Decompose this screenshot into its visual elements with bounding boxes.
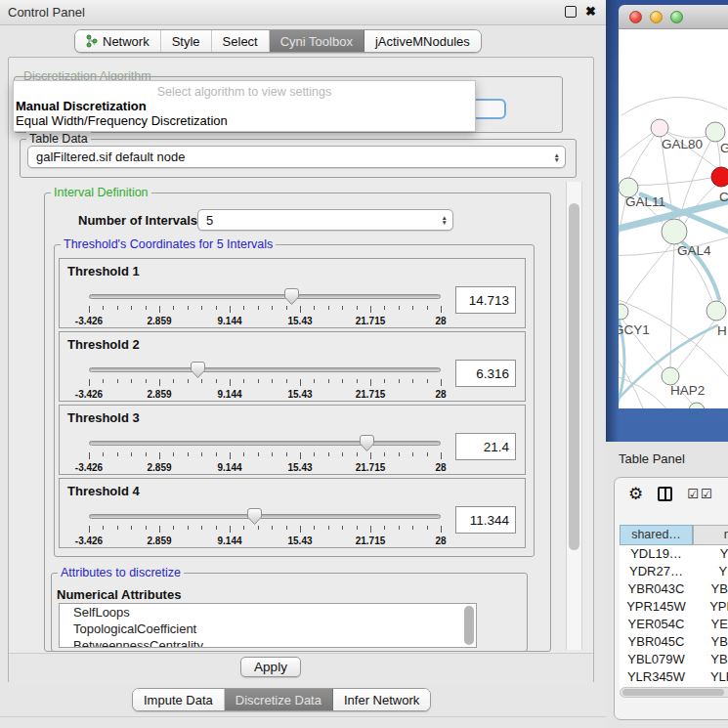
- tick-mark: [328, 306, 329, 310]
- panel-scrollbar-thumb[interactable]: [569, 203, 579, 550]
- threshold-label: Threshold 3: [67, 410, 140, 425]
- table-row[interactable]: YBR043CYBR043C: [620, 580, 728, 598]
- threshold-slider[interactable]: -3.4262.8599.14415.4321.71528: [89, 514, 441, 545]
- table-row[interactable]: YDR27…YDR27: [620, 563, 728, 580]
- tick-mark: [243, 306, 244, 310]
- threshold-slider[interactable]: -3.4262.8599.14415.4321.71528: [89, 367, 441, 399]
- attribute-list-item[interactable]: TopologicalCoefficient: [60, 621, 476, 637]
- node-label: GAL11: [625, 194, 665, 209]
- node-label: H: [717, 323, 727, 338]
- threshold-value-field[interactable]: 14.713: [455, 286, 516, 314]
- tick-mark: [300, 379, 301, 386]
- node-gcy1[interactable]: [619, 304, 628, 320]
- select-columns-icons[interactable]: ☑ ☑: [687, 487, 711, 501]
- column-header-name[interactable]: name: [693, 525, 728, 545]
- tick-label: 9.144: [217, 462, 241, 473]
- gear-icon[interactable]: ⚙: [628, 486, 643, 502]
- slider-handle-icon[interactable]: [359, 434, 375, 452]
- threshold-slider[interactable]: -3.4262.8599.14415.4321.71528: [89, 294, 441, 325]
- tick-mark: [89, 452, 90, 459]
- tick-mark: [342, 452, 343, 456]
- tick-mark: [146, 452, 147, 456]
- threshold-value-field[interactable]: 6.316: [455, 360, 516, 387]
- panel-scrollbar-track[interactable]: [566, 182, 582, 650]
- table-row[interactable]: YBL079WYBL079W: [620, 651, 728, 668]
- tick-mark: [412, 452, 413, 456]
- checkbox-icon[interactable]: ☑: [687, 487, 699, 501]
- mac-minimize-button[interactable]: [650, 11, 663, 23]
- list-scrollbar-thumb[interactable]: [464, 606, 474, 645]
- table-cell: YER054C: [693, 616, 728, 633]
- slider-handle-icon[interactable]: [246, 507, 263, 526]
- tick-mark: [427, 306, 428, 310]
- toolbox-tab-bar: NetworkStyleSelectCyni ToolboxjActiveMNo…: [74, 29, 482, 53]
- algorithm-dropdown-popup: Select algorithm to view settings Manual…: [13, 80, 476, 132]
- tick-mark: [201, 526, 202, 530]
- table-hscrollbar-track[interactable]: [620, 687, 728, 698]
- network-window-titlebar[interactable]: [619, 5, 728, 29]
- control-panel-titlebar: Control Panel ✖: [0, 0, 606, 25]
- slider-ticks: [89, 452, 441, 460]
- float-window-icon[interactable]: [565, 6, 577, 18]
- threshold-value-field[interactable]: 11.344: [455, 506, 516, 534]
- tab-impute-data[interactable]: Impute Data: [133, 689, 225, 710]
- tab-discretize-data[interactable]: Discretize Data: [225, 689, 333, 710]
- column-header-shared-name[interactable]: shared…: [620, 525, 693, 545]
- threshold-value-field[interactable]: 21.4: [455, 433, 516, 460]
- algorithm-option-manual-discretization[interactable]: Manual Discretization: [14, 99, 475, 113]
- tab-style[interactable]: Style: [161, 30, 212, 52]
- threshold-coordinates-group-title: Threshold's Coordinates for 5 Intervals: [61, 237, 276, 251]
- tick-label: 15.43: [287, 316, 312, 326]
- mac-zoom-button[interactable]: [670, 11, 683, 23]
- network-edge: [629, 178, 711, 186]
- table-row[interactable]: YER054CYER054C: [620, 616, 728, 633]
- table-cell: YBL079W: [693, 651, 728, 668]
- slider-handle-icon[interactable]: [283, 287, 300, 306]
- close-window-icon[interactable]: ✖: [585, 5, 596, 18]
- tick-mark: [370, 452, 371, 459]
- node-bottom[interactable]: [689, 403, 705, 408]
- numerical-attributes-list[interactable]: SelfLoopsTopologicalCoefficientBetweenne…: [59, 603, 477, 648]
- tick-label: 2.859: [147, 535, 171, 546]
- network-canvas[interactable]: GAL80GACGAL11GAL4GCY1HHAP2: [619, 29, 728, 408]
- table-row[interactable]: YPR145WYPR145W: [620, 598, 728, 616]
- node-h[interactable]: [707, 301, 726, 321]
- tick-mark: [399, 526, 400, 530]
- tab-jactivemnodules[interactable]: jActiveMNodules: [364, 30, 481, 52]
- slider-ticks: [89, 526, 441, 534]
- node-gal80[interactable]: [651, 119, 668, 137]
- checkbox-icon[interactable]: ☑: [701, 487, 712, 501]
- table-data-combobox[interactable]: galFiltered.sif default node ▲▼: [27, 146, 566, 168]
- number-of-intervals-combobox[interactable]: 5 ▲▼: [197, 209, 453, 231]
- tick-mark: [357, 452, 358, 456]
- table-cell: YBR045C: [693, 633, 728, 651]
- table-hscrollbar-thumb[interactable]: [622, 689, 724, 696]
- table-row[interactable]: YBR045CYBR045C: [620, 633, 728, 651]
- tick-mark: [117, 306, 118, 310]
- tick-mark: [427, 452, 428, 456]
- tab-cyni-toolbox[interactable]: Cyni Toolbox: [270, 30, 364, 52]
- table-cell: YBL079W: [620, 651, 693, 668]
- slider-handle-icon[interactable]: [190, 361, 206, 379]
- tab-network[interactable]: Network: [75, 30, 161, 52]
- threshold-label: Threshold 4: [67, 484, 140, 498]
- node-top-right[interactable]: [706, 122, 725, 142]
- tab-network-label: Network: [103, 34, 150, 49]
- apply-button[interactable]: Apply: [240, 657, 301, 677]
- algorithm-option-equal-width-frequency[interactable]: Equal Width/Frequency Discretization: [14, 113, 475, 128]
- table-row[interactable]: YDL19…YDL19: [620, 545, 728, 563]
- threshold-slider[interactable]: -3.4262.8599.14415.4321.71528: [89, 441, 441, 472]
- tick-mark: [412, 306, 413, 310]
- table-row[interactable]: YLR345WYLR345W: [620, 668, 728, 686]
- tick-mark: [286, 379, 287, 383]
- tick-label: 9.144: [217, 316, 241, 326]
- node-red[interactable]: [711, 167, 728, 187]
- mac-close-button[interactable]: [629, 11, 642, 23]
- attribute-list-item[interactable]: BetweennessCentrality: [60, 637, 476, 648]
- tab-infer-network[interactable]: Infer Network: [333, 689, 430, 710]
- split-view-icon[interactable]: [658, 487, 672, 501]
- tab-select[interactable]: Select: [212, 30, 270, 52]
- attribute-list-item[interactable]: SelfLoops: [60, 604, 476, 621]
- node-gal4[interactable]: [662, 219, 687, 244]
- interval-definition-group-title: Interval Definition: [51, 186, 151, 199]
